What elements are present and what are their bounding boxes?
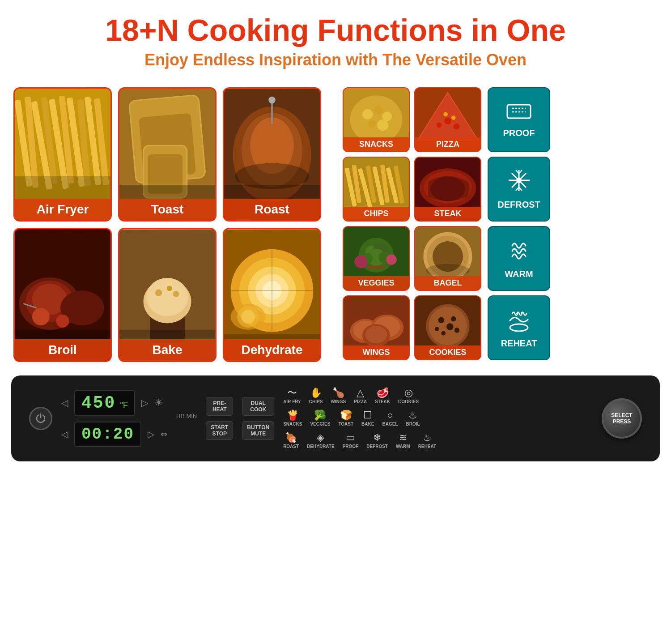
svg-point-111: [438, 317, 445, 323]
teal-card-reheat: REHEAT: [488, 295, 550, 360]
defrost-fn-label: DEFROST: [366, 444, 388, 449]
svg-point-64: [377, 119, 388, 131]
steak-fn-label: STEAK: [375, 399, 390, 404]
fn-pizza[interactable]: △ PIZZA: [354, 388, 367, 404]
defrost-icon: [507, 168, 531, 196]
food-card-toast: Toast: [118, 87, 217, 222]
warm-fn-label: WARM: [396, 444, 410, 449]
proof-fn-label: PROOF: [343, 444, 359, 449]
food-card-steak: STEAK: [414, 157, 481, 222]
fn-warm[interactable]: ≋ WARM: [396, 433, 410, 449]
food-card-bake: Bake: [118, 228, 217, 362]
fn-defrost[interactable]: ❄ DEFROST: [366, 433, 388, 449]
svg-point-114: [446, 323, 454, 330]
function-icons-grid: 〜 AIR FRY ✋ CHIPS 🍗 WINGS △ PIZZA 🥩: [283, 388, 593, 449]
pizza-fn-icon: △: [357, 388, 364, 398]
wings-fn-icon: 🍗: [332, 388, 344, 398]
fn-veggies[interactable]: 🥦 VEGGIES: [310, 410, 330, 426]
preheat-button[interactable]: PRE-HEAT: [206, 397, 233, 416]
food-card-wings: WINGS: [343, 295, 410, 360]
defrost-fn-icon: ❄: [373, 433, 381, 443]
toast-fn-label: TOAST: [338, 422, 353, 426]
svg-point-116: [441, 331, 446, 336]
warm-icon: [505, 238, 532, 265]
header-section: 18+N Cooking Functions in One Enjoy Endl…: [0, 0, 671, 78]
temp-down-button[interactable]: ◁: [61, 397, 68, 408]
svg-point-100: [426, 264, 469, 277]
dual-cook-button[interactable]: DUALCOOK: [242, 397, 274, 416]
medium-food-grid: SNACKS PIZZA: [343, 87, 481, 362]
fn-chips[interactable]: ✋ CHIPS: [309, 388, 323, 404]
food-card-cookies: COOKIES: [414, 295, 481, 360]
fn-bake[interactable]: ☐ BAKE: [361, 410, 374, 426]
hr-min-label: HR MIN: [176, 413, 197, 419]
fn-steak[interactable]: 🥩 STEAK: [375, 388, 390, 404]
food-label-veggies: VEGGIES: [344, 276, 409, 290]
teal-card-warm: WARM: [488, 226, 550, 291]
dehydrate-fn-label: DEHYDRATE: [307, 444, 334, 449]
food-card-air-fryer: Air Fryer: [13, 87, 112, 222]
svg-point-71: [443, 112, 448, 116]
svg-point-70: [454, 124, 460, 130]
toast-fn-icon: 🍞: [340, 410, 352, 420]
pizza-fn-label: PIZZA: [354, 399, 367, 404]
svg-point-60: [362, 109, 373, 119]
food-label-broil: Broil: [15, 339, 110, 361]
fn-roast[interactable]: 🍖 ROAST: [283, 433, 299, 449]
fn-proof[interactable]: ▭ PROOF: [343, 433, 359, 449]
button-mute-button[interactable]: BUTTONMUTE: [242, 421, 274, 440]
fn-bagel[interactable]: ○ BAGEL: [382, 410, 398, 426]
warm-fn-icon: ≋: [399, 433, 407, 443]
time-display: 00:20: [74, 422, 141, 447]
control-panel: ◁ 450 °F ▷ ☀ ◁ 00:20 ▷ ⇔ HR MIN: [11, 375, 660, 461]
fn-toast[interactable]: 🍞 TOAST: [338, 410, 353, 426]
proof-fn-icon: ▭: [346, 433, 355, 443]
fn-broil[interactable]: ♨ BROIL: [406, 410, 420, 426]
temp-value: 450: [81, 393, 116, 413]
fn-air-fry[interactable]: 〜 AIR FRY: [283, 388, 301, 404]
fn-reheat[interactable]: ♨ REHEAT: [418, 433, 436, 449]
bagel-fn-icon: ○: [387, 410, 393, 420]
reheat-icon: [505, 307, 532, 335]
bagel-fn-label: BAGEL: [382, 422, 398, 426]
reheat-label: REHEAT: [501, 338, 537, 349]
food-label-pizza: PIZZA: [415, 137, 480, 151]
warm-label: WARM: [505, 269, 533, 279]
reheat-fn-icon: ♨: [423, 433, 432, 443]
time-down-button[interactable]: ◁: [61, 429, 68, 439]
food-label-steak: STEAK: [415, 207, 480, 221]
broil-fn-icon: ♨: [408, 410, 417, 420]
page-title: 18+N Cooking Functions in One: [9, 13, 662, 47]
temp-up-button[interactable]: ▷: [141, 397, 148, 408]
svg-point-34: [56, 315, 69, 328]
cookies-fn-icon: ◎: [404, 388, 413, 398]
power-button[interactable]: [29, 407, 52, 430]
food-card-chips: CHIPS: [343, 157, 410, 222]
panel-buttons-section: PRE-HEAT STARTSTOP: [206, 397, 233, 440]
food-label-wings: WINGS: [344, 345, 409, 359]
svg-rect-93: [368, 266, 385, 269]
defrost-label: DEFROST: [497, 200, 540, 210]
page-subtitle: Enjoy Endless Inspiration with The Versa…: [9, 51, 662, 69]
fn-snacks[interactable]: 🍟 SNACKS: [283, 410, 302, 426]
fn-cookies[interactable]: ◎ COOKIES: [398, 388, 419, 404]
chips-fn-label: CHIPS: [309, 399, 323, 404]
svg-point-25: [268, 96, 276, 103]
reheat-fn-label: REHEAT: [418, 444, 436, 449]
food-label-bake: Bake: [119, 339, 215, 361]
fn-dehydrate[interactable]: ◈ DEHYDRATE: [307, 433, 334, 449]
select-knob[interactable]: SELECT PRESS: [602, 398, 642, 439]
wings-fn-label: WINGS: [331, 399, 346, 404]
dehydrate-fn-icon: ◈: [317, 433, 324, 443]
svg-point-56: [241, 310, 255, 324]
food-label-dehydrate: Dehydrate: [224, 339, 320, 361]
fn-wings[interactable]: 🍗 WINGS: [331, 388, 346, 404]
large-food-grid: Air Fryer Toast: [13, 87, 321, 362]
function-row-1: 〜 AIR FRY ✋ CHIPS 🍗 WINGS △ PIZZA 🥩: [283, 388, 593, 404]
food-label-air-fryer: Air Fryer: [15, 199, 110, 220]
teal-function-grid: PROOF DEFROST: [488, 87, 550, 362]
food-label-snacks: SNACKS: [344, 137, 409, 151]
start-stop-button[interactable]: STARTSTOP: [206, 421, 233, 440]
svg-point-68: [444, 117, 451, 124]
time-up-button[interactable]: ▷: [148, 429, 154, 439]
